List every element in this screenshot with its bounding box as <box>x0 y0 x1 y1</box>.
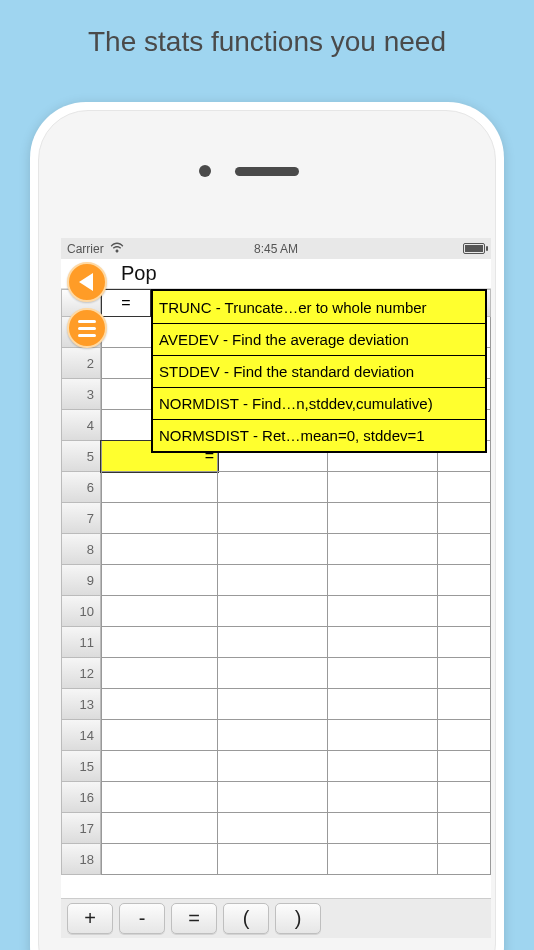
function-option[interactable]: NORMDIST - Find…n,stddev,cumulative) <box>153 387 485 419</box>
cell[interactable] <box>438 472 491 503</box>
row-header[interactable]: 6 <box>61 472 101 503</box>
cell[interactable] <box>101 813 218 844</box>
cell[interactable] <box>101 503 218 534</box>
cell[interactable] <box>218 472 328 503</box>
cell[interactable] <box>328 596 438 627</box>
cell[interactable] <box>328 658 438 689</box>
row-header[interactable]: 8 <box>61 534 101 565</box>
cell[interactable] <box>328 844 438 875</box>
cell[interactable] <box>218 782 328 813</box>
cell[interactable] <box>101 689 218 720</box>
cell[interactable] <box>101 627 218 658</box>
key-minus[interactable]: - <box>119 903 165 934</box>
cell[interactable] <box>438 689 491 720</box>
phone-frame: Carrier 8:45 AM Pop 1 <box>30 102 504 950</box>
row-header[interactable]: 7 <box>61 503 101 534</box>
cell[interactable] <box>438 658 491 689</box>
row-header[interactable]: 9 <box>61 565 101 596</box>
cell[interactable] <box>218 720 328 751</box>
menu-button[interactable] <box>67 308 107 348</box>
cell[interactable] <box>101 565 218 596</box>
cell[interactable] <box>438 782 491 813</box>
row-header[interactable]: 11 <box>61 627 101 658</box>
sheet-title: Pop <box>121 262 157 285</box>
cell[interactable] <box>438 565 491 596</box>
key-equals[interactable]: = <box>171 903 217 934</box>
cell[interactable] <box>438 751 491 782</box>
promo-title: The stats functions you need <box>0 0 534 58</box>
cell[interactable] <box>218 813 328 844</box>
table-row <box>101 596 491 627</box>
menu-icon <box>78 320 96 337</box>
cell[interactable] <box>101 596 218 627</box>
function-option[interactable]: NORMSDIST - Ret…mean=0, stddev=1 <box>153 419 485 451</box>
row-header[interactable]: 10 <box>61 596 101 627</box>
cell[interactable] <box>438 534 491 565</box>
carrier-label: Carrier <box>67 242 104 256</box>
battery-icon <box>463 243 485 254</box>
cell[interactable] <box>328 534 438 565</box>
row-header[interactable]: 5 <box>61 441 101 472</box>
key-lparen[interactable]: ( <box>223 903 269 934</box>
cell[interactable] <box>328 720 438 751</box>
cell[interactable] <box>438 596 491 627</box>
row-header[interactable]: 12 <box>61 658 101 689</box>
function-option[interactable]: AVEDEV - Find the average deviation <box>153 323 485 355</box>
cell[interactable] <box>218 658 328 689</box>
row-header[interactable]: 14 <box>61 720 101 751</box>
cell[interactable] <box>438 503 491 534</box>
row-header[interactable]: 17 <box>61 813 101 844</box>
cell[interactable] <box>101 534 218 565</box>
formula-indicator[interactable]: = <box>101 289 151 317</box>
cell[interactable] <box>328 782 438 813</box>
cell[interactable] <box>101 658 218 689</box>
function-dropdown: TRUNC - Truncate…er to whole numberAVEDE… <box>151 289 487 453</box>
table-row <box>101 813 491 844</box>
clock-label: 8:45 AM <box>254 242 298 256</box>
table-row <box>101 565 491 596</box>
function-option[interactable]: TRUNC - Truncate…er to whole number <box>153 291 485 323</box>
cell[interactable] <box>101 844 218 875</box>
cell[interactable] <box>438 627 491 658</box>
cell[interactable] <box>328 472 438 503</box>
table-row <box>101 472 491 503</box>
row-header[interactable]: 18 <box>61 844 101 875</box>
function-option[interactable]: STDDEV - Find the standard deviation <box>153 355 485 387</box>
cell[interactable] <box>101 751 218 782</box>
row-header[interactable]: 4 <box>61 410 101 441</box>
cell[interactable] <box>218 627 328 658</box>
cell[interactable] <box>438 813 491 844</box>
cell[interactable] <box>438 844 491 875</box>
row-header[interactable]: 15 <box>61 751 101 782</box>
key-plus[interactable]: + <box>67 903 113 934</box>
cell[interactable] <box>218 689 328 720</box>
row-header[interactable]: 3 <box>61 379 101 410</box>
table-row <box>101 751 491 782</box>
cell[interactable] <box>328 627 438 658</box>
cell[interactable] <box>218 596 328 627</box>
cell[interactable] <box>438 720 491 751</box>
cell[interactable] <box>101 720 218 751</box>
cell[interactable] <box>218 534 328 565</box>
row-header[interactable]: 16 <box>61 782 101 813</box>
back-button[interactable] <box>67 262 107 302</box>
row-header[interactable]: 13 <box>61 689 101 720</box>
cell[interactable] <box>101 472 218 503</box>
table-row <box>101 782 491 813</box>
cell[interactable] <box>328 503 438 534</box>
cell[interactable] <box>218 751 328 782</box>
cell[interactable] <box>328 565 438 596</box>
cell[interactable] <box>328 751 438 782</box>
key-rparen[interactable]: ) <box>275 903 321 934</box>
cell[interactable] <box>218 565 328 596</box>
table-row <box>101 844 491 875</box>
table-row <box>101 689 491 720</box>
cell[interactable] <box>101 782 218 813</box>
cell[interactable] <box>218 844 328 875</box>
title-bar: Pop <box>61 259 491 289</box>
app-screen: Carrier 8:45 AM Pop 1 <box>61 238 491 938</box>
cell[interactable] <box>328 689 438 720</box>
cell[interactable] <box>328 813 438 844</box>
cell[interactable] <box>218 503 328 534</box>
row-header[interactable]: 2 <box>61 348 101 379</box>
